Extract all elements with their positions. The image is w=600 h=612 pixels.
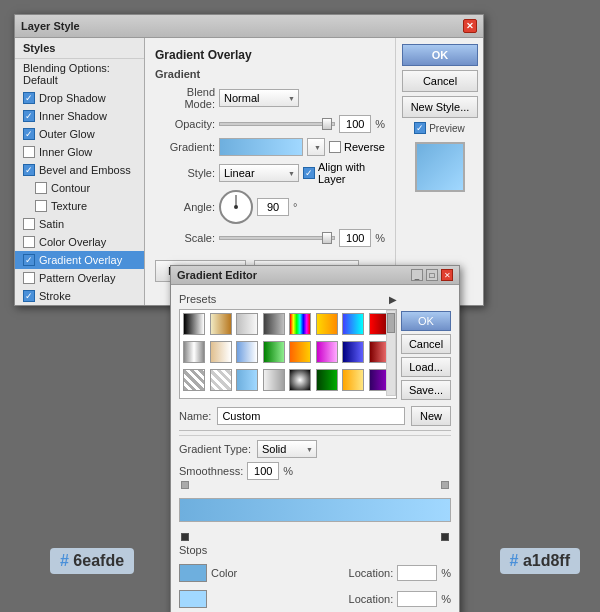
satin-item[interactable]: Satin [15, 215, 144, 233]
align-layer-check[interactable]: ✓ Align with Layer [303, 161, 385, 185]
preset-21[interactable] [289, 369, 311, 391]
preset-18[interactable] [210, 369, 232, 391]
presets-scrollbar[interactable] [386, 310, 396, 396]
dialog-title: Layer Style [21, 20, 80, 32]
gradient-overlay-checkbox[interactable]: ✓ [23, 254, 35, 266]
scale-slider[interactable] [219, 236, 335, 240]
blend-mode-dropdown[interactable]: Normal [219, 89, 299, 107]
stroke-checkbox[interactable]: ✓ [23, 290, 35, 302]
style-dropdown[interactable]: Linear [219, 164, 299, 182]
preset-6[interactable] [316, 313, 338, 335]
pattern-overlay-checkbox[interactable] [23, 272, 35, 284]
ge-cancel-button[interactable]: Cancel [401, 334, 451, 354]
ge-color-row-2: Location: % [179, 590, 451, 608]
stroke-item[interactable]: ✓ Stroke [15, 287, 144, 305]
texture-item[interactable]: Texture [15, 197, 144, 215]
ge-save-button[interactable]: Save... [401, 380, 451, 400]
color-stop-swatch-1[interactable] [179, 564, 207, 582]
preset-3[interactable] [236, 313, 258, 335]
preset-15[interactable] [342, 341, 364, 363]
preset-17[interactable] [183, 369, 205, 391]
opacity-slider[interactable] [219, 122, 335, 126]
ge-opacity-stop-left[interactable] [181, 481, 189, 489]
contour-checkbox[interactable] [35, 182, 47, 194]
location-input-2[interactable] [397, 591, 437, 607]
ge-minimize-button[interactable]: _ [411, 269, 423, 281]
bevel-emboss-checkbox[interactable]: ✓ [23, 164, 35, 176]
preset-19[interactable] [236, 369, 258, 391]
ge-new-button[interactable]: New [411, 406, 451, 426]
ge-color-row-1: Color Location: % [179, 564, 451, 582]
location-input-1[interactable] [397, 565, 437, 581]
presets-grid [179, 309, 397, 399]
new-style-button[interactable]: New Style... [402, 96, 478, 118]
preset-20[interactable] [263, 369, 285, 391]
angle-input[interactable] [257, 198, 289, 216]
ge-title: Gradient Editor [177, 269, 257, 281]
outer-glow-item[interactable]: ✓ Outer Glow [15, 125, 144, 143]
preset-11[interactable] [236, 341, 258, 363]
ok-button[interactable]: OK [402, 44, 478, 66]
preset-rainbow[interactable] [289, 313, 311, 335]
presets-scroll-thumb[interactable] [387, 313, 395, 333]
align-layer-checkbox[interactable]: ✓ [303, 167, 315, 179]
preview-label-text: Preview [429, 123, 465, 134]
preset-22[interactable] [316, 369, 338, 391]
bevel-emboss-item[interactable]: ✓ Bevel and Emboss [15, 161, 144, 179]
ge-opacity-stop-right[interactable] [441, 481, 449, 489]
color-stop-swatch-2[interactable] [179, 590, 207, 608]
ge-load-button[interactable]: Load... [401, 357, 451, 377]
drop-shadow-checkbox[interactable]: ✓ [23, 92, 35, 104]
preset-23[interactable] [342, 369, 364, 391]
texture-checkbox[interactable] [35, 200, 47, 212]
preset-4[interactable] [263, 313, 285, 335]
ge-color-stop-right[interactable] [441, 533, 449, 541]
smoothness-input[interactable] [247, 462, 279, 480]
contour-item[interactable]: Contour [15, 179, 144, 197]
outer-glow-checkbox[interactable]: ✓ [23, 128, 35, 140]
gradient-overlay-item[interactable]: ✓ Gradient Overlay [15, 251, 144, 269]
preset-black-white[interactable] [183, 313, 205, 335]
ge-ok-button[interactable]: OK [401, 311, 451, 331]
inner-glow-checkbox[interactable] [23, 146, 35, 158]
color-overlay-item[interactable]: Color Overlay [15, 233, 144, 251]
close-button[interactable]: ✕ [463, 19, 477, 33]
gradient-type-dropdown[interactable]: Solid [257, 440, 317, 458]
inner-shadow-checkbox[interactable]: ✓ [23, 110, 35, 122]
satin-checkbox[interactable] [23, 218, 35, 230]
reverse-check[interactable]: Reverse [329, 141, 385, 153]
ge-type-row: Gradient Type: Solid [179, 435, 451, 458]
color-overlay-checkbox[interactable] [23, 236, 35, 248]
inner-shadow-item[interactable]: ✓ Inner Shadow [15, 107, 144, 125]
preset-13[interactable] [289, 341, 311, 363]
preset-2[interactable] [210, 313, 232, 335]
cancel-button[interactable]: Cancel [402, 70, 478, 92]
angle-dial[interactable] [219, 190, 253, 224]
opacity-input[interactable] [339, 115, 371, 133]
ge-color-stop-left[interactable] [181, 533, 189, 541]
blending-options-item[interactable]: Blending Options: Default [15, 59, 144, 89]
preset-12[interactable] [263, 341, 285, 363]
ge-name-input[interactable] [217, 407, 405, 425]
scale-label: Scale: [155, 232, 215, 244]
ge-close-button[interactable]: ✕ [441, 269, 453, 281]
preset-7[interactable] [342, 313, 364, 335]
pattern-overlay-item[interactable]: Pattern Overlay [15, 269, 144, 287]
preset-10[interactable] [210, 341, 232, 363]
opacity-row: Opacity: % [155, 115, 385, 133]
stroke-label: Stroke [39, 290, 71, 302]
inner-glow-item[interactable]: Inner Glow [15, 143, 144, 161]
blend-mode-row: Blend Mode: Normal [155, 86, 385, 110]
preview-checkbox[interactable]: ✓ [414, 122, 426, 134]
angle-center [234, 205, 238, 209]
texture-label: Texture [51, 200, 87, 212]
preset-9[interactable] [183, 341, 205, 363]
gradient-dropdown-btn[interactable] [307, 138, 325, 156]
gradient-swatch[interactable] [219, 138, 303, 156]
scale-input[interactable] [339, 229, 371, 247]
ge-maximize-button[interactable]: □ [426, 269, 438, 281]
reverse-checkbox[interactable] [329, 141, 341, 153]
ge-gradient-bar[interactable] [179, 498, 451, 522]
preset-14[interactable] [316, 341, 338, 363]
drop-shadow-item[interactable]: ✓ Drop Shadow [15, 89, 144, 107]
